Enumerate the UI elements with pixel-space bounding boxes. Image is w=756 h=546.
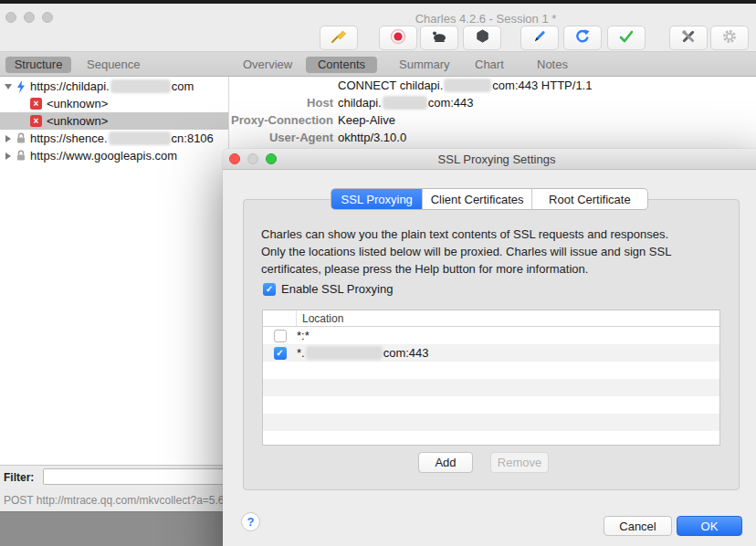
description-line: Charles can show you the plain text cont…: [261, 226, 671, 243]
lock-icon: [16, 132, 26, 144]
header-label: Proxy-Connection: [229, 113, 333, 131]
tree-item-childapi[interactable]: https://childapi.com: [0, 78, 228, 95]
tab-structure[interactable]: Structure: [5, 57, 71, 73]
checkbox-cell: ✓: [263, 347, 297, 360]
cancel-button[interactable]: Cancel: [604, 516, 672, 536]
location-row-wildcard[interactable]: *:*: [263, 327, 719, 344]
checkbox-cell: [263, 330, 297, 342]
clear-session-button[interactable]: [320, 26, 358, 50]
gear-icon: [721, 28, 738, 48]
dialog-title: SSL Proxying Settings: [223, 152, 756, 166]
tree-item-label: <unknown>: [47, 114, 108, 128]
redacted-text: [384, 98, 425, 108]
redacted-text: [110, 133, 169, 143]
tab-notes[interactable]: Notes: [537, 57, 568, 73]
locations-table: Location *:* ✓ *.com:443: [262, 310, 720, 446]
description-line: certificates, please press the Help butt…: [261, 260, 671, 278]
add-button[interactable]: Add: [418, 452, 473, 473]
redacted-text: [112, 81, 169, 91]
record-button[interactable]: [379, 26, 417, 50]
main-window-titlebar: Charles 4.2.6 - Session 1 *: [0, 4, 756, 24]
breakpoints-button[interactable]: [463, 26, 501, 50]
tree-item-unknown-1[interactable]: × <unknown>: [0, 95, 228, 112]
redacted-text: [308, 348, 381, 358]
location-value: *:*: [297, 329, 310, 342]
location-checkbox-unchecked[interactable]: [274, 330, 287, 342]
record-icon: [390, 28, 406, 48]
table-row-empty: [263, 379, 719, 396]
location-checkbox-checked[interactable]: ✓: [274, 347, 287, 360]
throttle-button[interactable]: [420, 26, 458, 50]
ok-button[interactable]: OK: [677, 516, 742, 536]
settings-button[interactable]: [710, 26, 749, 50]
dialog-tab-group: SSL Proxying Client Certificates Root Ce…: [331, 188, 648, 210]
tree-item-label: https://www.googleapis.com: [30, 149, 177, 163]
request-line: CONNECT childapi.com:443 HTTP/1.1: [338, 79, 592, 96]
filter-label: Filter:: [4, 471, 34, 484]
tools-button[interactable]: [669, 26, 708, 50]
repeat-button[interactable]: [563, 26, 602, 50]
description-line: Only the locations listed below will be …: [261, 243, 671, 260]
tree-item-shence[interactable]: https://shence.cn:8106: [0, 130, 228, 147]
header-label: Host: [229, 96, 333, 113]
check-icon: [618, 28, 635, 48]
enable-ssl-proxying-checkbox[interactable]: ✓: [263, 283, 276, 296]
lock-icon: [16, 150, 26, 162]
tree-item-googleapis[interactable]: https://www.googleapis.com: [0, 147, 228, 164]
table-row-empty: [263, 431, 719, 446]
tab-ssl-proxying[interactable]: SSL Proxying: [331, 189, 423, 209]
tab-overview[interactable]: Overview: [243, 57, 292, 73]
header-row-proxy-connection: Proxy-Connection Keep-Alive: [229, 113, 740, 131]
help-button[interactable]: ?: [241, 512, 260, 531]
tab-root-certificate[interactable]: Root Certificate: [532, 189, 647, 209]
broom-icon: [331, 28, 348, 47]
text-fragment: com:443: [428, 96, 474, 110]
close-window-icon[interactable]: [5, 12, 16, 23]
tab-chart[interactable]: Chart: [475, 57, 504, 73]
ssl-description: Charles can show you the plain text cont…: [261, 226, 671, 278]
tab-summary[interactable]: Summary: [399, 57, 450, 73]
tab-contents[interactable]: Contents: [306, 57, 377, 73]
url-prefix: https://shence.: [30, 131, 108, 145]
tab-client-certificates[interactable]: Client Certificates: [423, 189, 531, 209]
disclosure-collapsed-icon[interactable]: [5, 135, 11, 142]
remove-button[interactable]: Remove: [490, 452, 549, 473]
location-column-header: Location: [297, 312, 343, 325]
tab-sequence[interactable]: Sequence: [87, 57, 141, 73]
tree-item-label: <unknown>: [47, 97, 108, 110]
table-row-empty: [263, 396, 719, 414]
checkbox-column-header: [263, 310, 297, 326]
disclosure-collapsed-icon[interactable]: [5, 152, 11, 160]
location-row-domain[interactable]: ✓ *.com:443: [263, 344, 719, 362]
minimize-window-icon[interactable]: [24, 12, 35, 23]
ssl-lightning-icon: [16, 80, 26, 93]
url-prefix: https://childapi.: [30, 79, 110, 93]
text-fragment: CONNECT childapi.: [338, 79, 443, 92]
request-line-row: CONNECT childapi.com:443 HTTP/1.1: [229, 79, 740, 96]
header-value: okhttp/3.10.0: [338, 131, 406, 148]
header-label: User-Agent: [229, 131, 333, 148]
url-suffix: cn:8106: [172, 131, 214, 145]
status-text: POST http://mtrace.qq.com/mkvcollect?a=5…: [4, 494, 223, 507]
disclosure-expanded-icon[interactable]: [5, 84, 12, 89]
tree-item-label: https://shence.cn:8106: [30, 131, 214, 145]
error-icon: ×: [30, 115, 42, 127]
header-value: childapi.com:443: [338, 96, 474, 113]
enable-ssl-proxying-label: Enable SSL Proxying: [281, 282, 393, 296]
tree-item-unknown-2-selected[interactable]: × <unknown>: [0, 112, 228, 130]
tree-item-label: https://childapi.com: [30, 79, 194, 93]
text-fragment: com:443: [383, 346, 429, 360]
error-icon: ×: [30, 98, 42, 110]
location-value: *.com:443: [297, 346, 429, 360]
table-row-empty: [263, 414, 719, 431]
pen-icon: [532, 28, 548, 47]
validate-button[interactable]: [607, 26, 646, 50]
turtle-icon: [431, 29, 448, 47]
pane-tabbar: Structure Sequence Overview Contents Sum…: [0, 52, 756, 77]
locations-table-header: Location: [263, 310, 719, 327]
compose-button[interactable]: [520, 26, 559, 50]
refresh-icon: [574, 28, 591, 48]
ssl-proxying-settings-dialog: SSL Proxying Settings SSL Proxying Clien…: [223, 149, 756, 546]
zoom-window-icon[interactable]: [42, 12, 53, 23]
text-fragment: com:443 HTTP/1.1: [492, 79, 592, 92]
